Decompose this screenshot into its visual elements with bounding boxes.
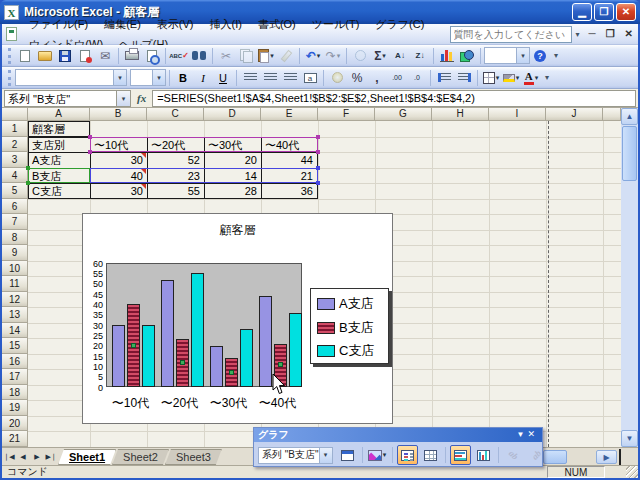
vscroll-thumb[interactable]: [622, 126, 637, 181]
chart-object-combo[interactable]: 系列 "B支店" ▾: [258, 447, 333, 464]
cell-A3[interactable]: A支店: [28, 152, 90, 168]
column-header-partial[interactable]: [603, 108, 621, 121]
underline-button[interactable]: U: [213, 69, 233, 87]
menu-item-0[interactable]: ファイル(F): [21, 14, 96, 34]
doc-close-button[interactable]: ✕: [620, 26, 638, 42]
align-left-button[interactable]: [240, 69, 260, 87]
row-header-19[interactable]: 19: [2, 400, 28, 416]
bar-C支店-〜20代[interactable]: [191, 273, 204, 387]
toolbar-grip[interactable]: [8, 70, 11, 86]
fill-color-button[interactable]: ▾: [501, 69, 521, 87]
row-header-21[interactable]: 21: [2, 431, 28, 447]
bar-A支店-〜20代[interactable]: [161, 280, 174, 387]
maximize-button[interactable]: ❐: [594, 3, 614, 21]
comma-style-button[interactable]: ,: [367, 69, 387, 87]
cell-A2[interactable]: 支店別: [28, 137, 90, 153]
row-header-14[interactable]: 14: [2, 323, 28, 339]
cell-C3[interactable]: 52: [147, 152, 204, 168]
close-button[interactable]: ✕: [616, 3, 636, 21]
cell-E5[interactable]: 36: [261, 183, 318, 199]
legend-entry-B支店[interactable]: B支店: [317, 319, 374, 337]
column-header-F[interactable]: F: [318, 108, 375, 121]
menu-item-2[interactable]: 表示(V): [149, 14, 202, 34]
format-series-button[interactable]: [337, 445, 358, 465]
decrease-decimal-button[interactable]: .0: [407, 69, 427, 87]
mail-button[interactable]: ✉: [95, 47, 115, 65]
permission-button[interactable]: [75, 47, 95, 65]
cell-B2[interactable]: 〜10代: [90, 137, 147, 153]
angle-clockwise-button[interactable]: ab: [503, 445, 524, 465]
minimize-button[interactable]: ▁: [572, 3, 592, 21]
vertical-scrollbar[interactable]: ▲▼: [621, 108, 638, 447]
legend-entry-C支店[interactable]: C支店: [317, 342, 374, 360]
column-header-A[interactable]: A: [28, 108, 90, 121]
cell-D3[interactable]: 20: [204, 152, 261, 168]
embedded-chart[interactable]: 顧客層051015202530354045505560〜10代〜20代〜30代〜…: [82, 213, 393, 424]
percent-style-button[interactable]: %: [347, 69, 367, 87]
sheet-tab-Sheet1[interactable]: Sheet1: [58, 449, 116, 465]
align-center-button[interactable]: [260, 69, 280, 87]
chart-toolbar[interactable]: グラフ ▼✕ 系列 "B支店" ▾ ▾abab: [253, 427, 543, 467]
prev-sheet-icon[interactable]: ◀: [16, 449, 30, 464]
format-painter-button[interactable]: [276, 47, 296, 65]
column-header-J[interactable]: J: [546, 108, 603, 121]
question-input[interactable]: [450, 26, 572, 43]
cell-D5[interactable]: 28: [204, 183, 261, 199]
toolbar-grip[interactable]: [8, 48, 11, 64]
row-header-18[interactable]: 18: [2, 385, 28, 401]
sheet-tab-Sheet3[interactable]: Sheet3: [165, 449, 222, 465]
bar-A支店-〜40代[interactable]: [259, 296, 272, 387]
last-sheet-icon[interactable]: ▶❘: [44, 449, 58, 464]
row-header-20[interactable]: 20: [2, 416, 28, 432]
row-header-12[interactable]: 12: [2, 292, 28, 308]
row-header-1[interactable]: 1: [2, 121, 28, 137]
decrease-indent-button[interactable]: [434, 69, 454, 87]
borders-button[interactable]: ▾: [481, 69, 501, 87]
cell-C4[interactable]: 23: [147, 168, 204, 184]
bar-C支店-〜30代[interactable]: [240, 329, 253, 387]
autosum-button[interactable]: Σ▾: [370, 47, 390, 65]
row-header-4[interactable]: 4: [2, 168, 28, 184]
merge-center-button[interactable]: a: [300, 69, 320, 87]
sheet-tab-Sheet2[interactable]: Sheet2: [112, 449, 169, 465]
tab-split-handle[interactable]: [619, 449, 621, 465]
increase-decimal-button[interactable]: .00: [387, 69, 407, 87]
menu-item-6[interactable]: グラフ(C): [367, 14, 432, 34]
column-header-C[interactable]: C: [147, 108, 204, 121]
paste-button[interactable]: ▾: [256, 47, 276, 65]
chart-type-button[interactable]: ▾: [367, 445, 388, 465]
bold-button[interactable]: B: [173, 69, 193, 87]
cell-B5[interactable]: 30: [90, 183, 147, 199]
first-sheet-icon[interactable]: ❘◀: [2, 449, 16, 464]
bar-C支店-〜40代[interactable]: [289, 313, 302, 387]
by-row-button[interactable]: [450, 445, 471, 465]
print-preview-button[interactable]: [142, 47, 162, 65]
redo-button[interactable]: ↷▾: [323, 47, 343, 65]
chart-wizard-button[interactable]: [437, 47, 457, 65]
font-name-combo[interactable]: ▾: [15, 69, 127, 86]
row-header-15[interactable]: 15: [2, 338, 28, 354]
row-header-10[interactable]: 10: [2, 261, 28, 277]
sort-desc-button[interactable]: Z↓: [410, 47, 430, 65]
menu-item-3[interactable]: 挿入(I): [202, 14, 250, 34]
menu-item-5[interactable]: ツール(T): [304, 14, 368, 34]
zoom-combo[interactable]: ▾: [484, 47, 530, 64]
bar-C支店-〜10代[interactable]: [142, 325, 155, 387]
menu-item-4[interactable]: 書式(O): [250, 14, 304, 34]
column-header-G[interactable]: G: [375, 108, 432, 121]
row-header-2[interactable]: 2: [2, 137, 28, 153]
name-box-dropdown-icon[interactable]: ▾: [117, 90, 131, 107]
row-header-9[interactable]: 9: [2, 245, 28, 261]
column-header-I[interactable]: I: [489, 108, 546, 121]
chart-toolbar-titlebar[interactable]: グラフ ▼✕: [254, 428, 542, 442]
cell-A1[interactable]: 顧客層: [28, 121, 90, 137]
worksheet-grid[interactable]: ABCDEFGHIJ123456789101112131415161718192…: [2, 108, 638, 447]
help-button[interactable]: ?: [530, 47, 550, 65]
row-header-11[interactable]: 11: [2, 276, 28, 292]
chart-legend[interactable]: A支店B支店C支店: [310, 288, 389, 364]
save-button[interactable]: [55, 47, 75, 65]
insert-function-icon[interactable]: fx: [131, 90, 152, 107]
row-header-8[interactable]: 8: [2, 230, 28, 246]
angle-counterclockwise-button[interactable]: ab: [526, 445, 547, 465]
name-box[interactable]: 系列 "B支店": [4, 90, 117, 107]
